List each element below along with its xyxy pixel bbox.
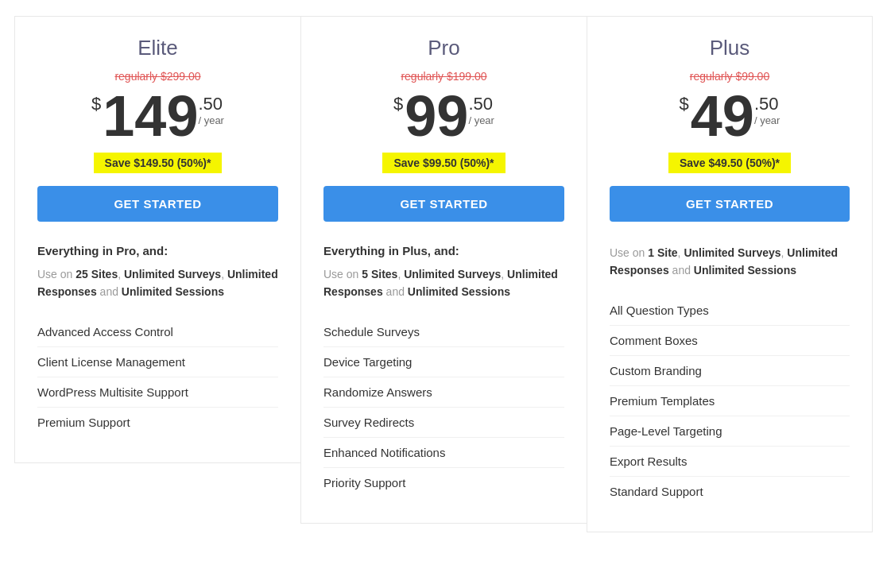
- feature-item-pro-5: Priority Support: [323, 468, 564, 497]
- regular-price-elite: regularly $299.00: [37, 70, 278, 83]
- dollar-sign-pro: $: [393, 94, 403, 114]
- plan-title-pro: Pro: [323, 36, 564, 60]
- price-right-plus: .50/ year: [754, 94, 780, 126]
- intro-bold-elite: Everything in Pro, and:: [37, 244, 278, 257]
- price-row-pro: $99.50/ year: [323, 87, 564, 145]
- plan-card-plus: Plusregularly $99.00$49.50/ yearSave $49…: [587, 16, 873, 532]
- regular-price-pro: regularly $199.00: [323, 70, 564, 83]
- price-main-plus: 49: [691, 87, 754, 145]
- features-section-plus: Use on 1 Site, Unlimited Surveys, Unlimi…: [610, 244, 850, 506]
- feature-item-pro-1: Device Targeting: [323, 347, 564, 377]
- plan-title-elite: Elite: [37, 36, 278, 60]
- feature-item-pro-4: Enhanced Notifications: [323, 438, 564, 468]
- price-right-elite: .50/ year: [198, 94, 224, 126]
- feature-item-pro-2: Randomize Answers: [323, 377, 564, 408]
- feature-item-plus-1: Comment Boxes: [610, 326, 850, 356]
- price-main-pro: 99: [405, 87, 468, 145]
- save-badge-elite: Save $149.50 (50%)*: [94, 153, 223, 173]
- get-started-button-pro[interactable]: GET STARTED: [323, 186, 564, 222]
- feature-item-plus-6: Standard Support: [610, 477, 850, 506]
- price-row-elite: $149.50/ year: [37, 87, 278, 145]
- intro-text-elite: Use on 25 Sites, Unlimited Surveys, Unli…: [37, 265, 278, 301]
- plan-title-plus: Plus: [610, 36, 850, 60]
- pricing-container: Eliteregularly $299.00$149.50/ yearSave …: [0, 0, 887, 548]
- feature-item-pro-0: Schedule Surveys: [323, 317, 564, 347]
- price-cents-pro: .50: [468, 94, 494, 114]
- feature-item-plus-4: Page-Level Targeting: [610, 416, 850, 447]
- save-badge-pro: Save $99.50 (50%)*: [382, 153, 505, 173]
- intro-bold-pro: Everything in Plus, and:: [323, 244, 564, 257]
- price-row-plus: $49.50/ year: [610, 87, 850, 145]
- feature-item-plus-0: All Question Types: [610, 296, 850, 326]
- dollar-sign-plus: $: [680, 94, 689, 114]
- dollar-sign-elite: $: [91, 94, 101, 114]
- price-period-pro: / year: [468, 114, 494, 126]
- features-section-elite: Everything in Pro, and:Use on 25 Sites, …: [37, 244, 278, 437]
- feature-item-elite-1: Client License Management: [37, 347, 278, 377]
- plan-card-pro: Proregularly $199.00$99.50/ yearSave $99…: [300, 16, 587, 524]
- price-main-elite: 149: [103, 87, 198, 145]
- get-started-button-elite[interactable]: GET STARTED: [37, 186, 278, 222]
- price-cents-elite: .50: [198, 94, 224, 114]
- price-period-plus: / year: [754, 114, 780, 126]
- save-badge-plus: Save $49.50 (50%)*: [668, 153, 791, 173]
- feature-item-pro-3: Survey Redirects: [323, 408, 564, 438]
- plan-card-elite: Eliteregularly $299.00$149.50/ yearSave …: [14, 16, 300, 463]
- feature-item-elite-2: WordPress Multisite Support: [37, 377, 278, 408]
- get-started-button-plus[interactable]: GET STARTED: [610, 186, 850, 222]
- price-cents-plus: .50: [754, 94, 780, 114]
- feature-item-plus-3: Premium Templates: [610, 386, 850, 416]
- feature-item-elite-0: Advanced Access Control: [37, 317, 278, 347]
- price-right-pro: .50/ year: [468, 94, 494, 126]
- feature-item-elite-3: Premium Support: [37, 408, 278, 437]
- regular-price-plus: regularly $99.00: [610, 70, 850, 83]
- intro-text-pro: Use on 5 Sites, Unlimited Surveys, Unlim…: [323, 265, 564, 301]
- intro-text-plus: Use on 1 Site, Unlimited Surveys, Unlimi…: [610, 244, 850, 280]
- feature-item-plus-2: Custom Branding: [610, 356, 850, 386]
- features-section-pro: Everything in Plus, and:Use on 5 Sites, …: [323, 244, 564, 497]
- feature-item-plus-5: Export Results: [610, 447, 850, 477]
- price-period-elite: / year: [198, 114, 224, 126]
